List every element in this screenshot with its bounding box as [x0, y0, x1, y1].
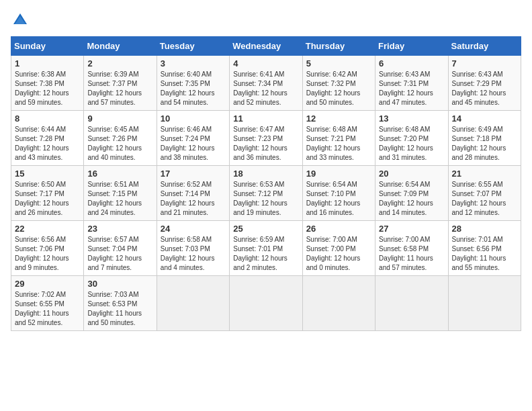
calendar-cell: 9Sunrise: 6:45 AMSunset: 7:26 PMDaylight… [84, 111, 157, 166]
day-number: 10 [161, 113, 226, 124]
day-number: 16 [87, 169, 152, 179]
day-detail: Sunrise: 6:54 AMSunset: 7:09 PMDaylight:… [379, 180, 444, 218]
day-detail: Sunrise: 6:46 AMSunset: 7:24 PMDaylight:… [161, 125, 226, 163]
calendar-cell: 8Sunrise: 6:44 AMSunset: 7:28 PMDaylight… [11, 111, 84, 166]
header-day-monday: Monday [84, 37, 157, 56]
day-number: 28 [452, 224, 517, 234]
calendar-cell: 20Sunrise: 6:54 AMSunset: 7:09 PMDayligh… [375, 166, 448, 221]
logo-icon [11, 11, 30, 30]
day-number: 15 [15, 169, 80, 179]
calendar-cell: 2Sunrise: 6:39 AMSunset: 7:37 PMDaylight… [84, 56, 157, 111]
calendar-cell: 30Sunrise: 7:03 AMSunset: 6:53 PMDayligh… [84, 276, 157, 331]
calendar-cell: 16Sunrise: 6:51 AMSunset: 7:15 PMDayligh… [84, 166, 157, 221]
calendar-cell [157, 276, 229, 331]
page-header [11, 11, 521, 30]
week-row-3: 15Sunrise: 6:50 AMSunset: 7:17 PMDayligh… [11, 166, 521, 221]
header-day-saturday: Saturday [448, 37, 521, 56]
day-number: 3 [161, 58, 226, 68]
day-detail: Sunrise: 6:44 AMSunset: 7:28 PMDaylight:… [15, 125, 80, 163]
calendar-cell: 25Sunrise: 6:59 AMSunset: 7:01 PMDayligh… [230, 221, 302, 276]
calendar-cell: 11Sunrise: 6:47 AMSunset: 7:23 PMDayligh… [230, 111, 302, 166]
day-detail: Sunrise: 6:57 AMSunset: 7:04 PMDaylight:… [87, 235, 152, 273]
day-detail: Sunrise: 7:02 AMSunset: 6:55 PMDaylight:… [15, 290, 80, 328]
calendar-cell: 17Sunrise: 6:52 AMSunset: 7:14 PMDayligh… [157, 166, 229, 221]
calendar-cell: 7Sunrise: 6:43 AMSunset: 7:29 PMDaylight… [448, 56, 521, 111]
day-number: 18 [233, 169, 298, 179]
calendar-cell: 18Sunrise: 6:53 AMSunset: 7:12 PMDayligh… [230, 166, 302, 221]
header-day-friday: Friday [375, 37, 448, 56]
day-detail: Sunrise: 6:43 AMSunset: 7:29 PMDaylight:… [452, 70, 517, 107]
calendar-cell [230, 276, 302, 331]
day-detail: Sunrise: 6:40 AMSunset: 7:35 PMDaylight:… [161, 70, 226, 107]
day-number: 25 [233, 224, 298, 234]
day-detail: Sunrise: 6:51 AMSunset: 7:15 PMDaylight:… [87, 180, 152, 218]
calendar-table: SundayMondayTuesdayWednesdayThursdayFrid… [11, 36, 521, 331]
day-detail: Sunrise: 6:42 AMSunset: 7:32 PMDaylight:… [306, 70, 371, 107]
header-day-sunday: Sunday [11, 37, 84, 56]
day-number: 17 [161, 169, 226, 179]
day-number: 1 [15, 58, 80, 68]
calendar-cell: 14Sunrise: 6:49 AMSunset: 7:18 PMDayligh… [448, 111, 521, 166]
calendar-cell: 26Sunrise: 7:00 AMSunset: 7:00 PMDayligh… [302, 221, 375, 276]
day-number: 12 [306, 113, 371, 124]
day-number: 8 [15, 113, 80, 124]
header-day-tuesday: Tuesday [157, 37, 229, 56]
day-number: 22 [15, 224, 80, 234]
week-row-5: 29Sunrise: 7:02 AMSunset: 6:55 PMDayligh… [11, 276, 521, 331]
calendar-cell: 10Sunrise: 6:46 AMSunset: 7:24 PMDayligh… [157, 111, 229, 166]
calendar-cell: 28Sunrise: 7:01 AMSunset: 6:56 PMDayligh… [448, 221, 521, 276]
calendar-cell: 15Sunrise: 6:50 AMSunset: 7:17 PMDayligh… [11, 166, 84, 221]
day-detail: Sunrise: 6:48 AMSunset: 7:21 PMDaylight:… [306, 125, 371, 163]
calendar-cell: 29Sunrise: 7:02 AMSunset: 6:55 PMDayligh… [11, 276, 84, 331]
calendar-cell [375, 276, 448, 331]
day-detail: Sunrise: 6:49 AMSunset: 7:18 PMDaylight:… [452, 125, 517, 163]
day-number: 29 [15, 279, 80, 289]
day-number: 19 [306, 169, 371, 179]
calendar-cell: 23Sunrise: 6:57 AMSunset: 7:04 PMDayligh… [84, 221, 157, 276]
calendar-cell: 24Sunrise: 6:58 AMSunset: 7:03 PMDayligh… [157, 221, 229, 276]
day-detail: Sunrise: 6:39 AMSunset: 7:37 PMDaylight:… [87, 70, 152, 107]
day-detail: Sunrise: 6:48 AMSunset: 7:20 PMDaylight:… [379, 125, 444, 163]
day-detail: Sunrise: 6:50 AMSunset: 7:17 PMDaylight:… [15, 180, 80, 218]
day-number: 9 [87, 113, 152, 124]
calendar-cell: 27Sunrise: 7:00 AMSunset: 6:58 PMDayligh… [375, 221, 448, 276]
week-row-4: 22Sunrise: 6:56 AMSunset: 7:06 PMDayligh… [11, 221, 521, 276]
week-row-1: 1Sunrise: 6:38 AMSunset: 7:38 PMDaylight… [11, 56, 521, 111]
day-detail: Sunrise: 6:52 AMSunset: 7:14 PMDaylight:… [161, 180, 226, 218]
calendar-cell: 4Sunrise: 6:41 AMSunset: 7:34 PMDaylight… [230, 56, 302, 111]
day-number: 14 [452, 113, 517, 124]
day-number: 13 [379, 113, 444, 124]
day-number: 11 [233, 113, 298, 124]
day-number: 23 [87, 224, 152, 234]
day-number: 2 [87, 58, 152, 68]
header-row: SundayMondayTuesdayWednesdayThursdayFrid… [11, 37, 521, 56]
day-detail: Sunrise: 6:41 AMSunset: 7:34 PMDaylight:… [233, 70, 298, 107]
day-detail: Sunrise: 6:59 AMSunset: 7:01 PMDaylight:… [233, 235, 298, 273]
day-detail: Sunrise: 7:00 AMSunset: 7:00 PMDaylight:… [306, 235, 371, 273]
day-number: 27 [379, 224, 444, 234]
calendar-cell: 3Sunrise: 6:40 AMSunset: 7:35 PMDaylight… [157, 56, 229, 111]
day-number: 6 [379, 58, 444, 68]
calendar-cell: 21Sunrise: 6:55 AMSunset: 7:07 PMDayligh… [448, 166, 521, 221]
day-detail: Sunrise: 7:01 AMSunset: 6:56 PMDaylight:… [452, 235, 517, 273]
calendar-cell: 12Sunrise: 6:48 AMSunset: 7:21 PMDayligh… [302, 111, 375, 166]
day-detail: Sunrise: 6:43 AMSunset: 7:31 PMDaylight:… [379, 70, 444, 107]
day-detail: Sunrise: 6:55 AMSunset: 7:07 PMDaylight:… [452, 180, 517, 218]
calendar-cell: 13Sunrise: 6:48 AMSunset: 7:20 PMDayligh… [375, 111, 448, 166]
calendar-cell [448, 276, 521, 331]
calendar-cell: 5Sunrise: 6:42 AMSunset: 7:32 PMDaylight… [302, 56, 375, 111]
calendar-cell [302, 276, 375, 331]
day-number: 30 [87, 279, 152, 289]
day-detail: Sunrise: 7:03 AMSunset: 6:53 PMDaylight:… [87, 290, 152, 328]
day-number: 21 [452, 169, 517, 179]
day-detail: Sunrise: 6:47 AMSunset: 7:23 PMDaylight:… [233, 125, 298, 163]
day-number: 20 [379, 169, 444, 179]
header-day-wednesday: Wednesday [230, 37, 302, 56]
day-number: 4 [233, 58, 298, 68]
calendar-cell: 6Sunrise: 6:43 AMSunset: 7:31 PMDaylight… [375, 56, 448, 111]
day-detail: Sunrise: 6:38 AMSunset: 7:38 PMDaylight:… [15, 70, 80, 107]
day-number: 7 [452, 58, 517, 68]
day-detail: Sunrise: 6:53 AMSunset: 7:12 PMDaylight:… [233, 180, 298, 218]
day-number: 26 [306, 224, 371, 234]
day-detail: Sunrise: 6:54 AMSunset: 7:10 PMDaylight:… [306, 180, 371, 218]
